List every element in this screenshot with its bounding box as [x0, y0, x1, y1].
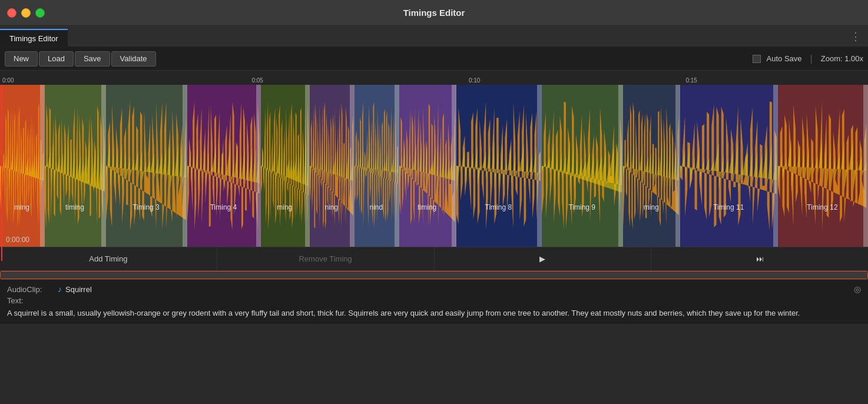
remove-timing-button[interactable]: Remove Timing: [217, 247, 435, 270]
waveform-segment-10[interactable]: ming: [623, 85, 680, 247]
ruler-mark-2: 0:10: [469, 77, 480, 84]
text-content: A squirrel is a small, usually yellowish…: [7, 307, 861, 319]
waveform-segments: mingtimingTiming 3Timing 4mingningnindti…: [0, 85, 868, 247]
waveform-segment-3[interactable]: Timing 4: [187, 85, 261, 247]
text-label-row: Text:: [7, 296, 861, 305]
segment-handle-7[interactable]: [452, 85, 456, 247]
audio-clip-label: AudioClip:: [7, 285, 54, 294]
waveform-segment-4[interactable]: ming: [261, 85, 310, 247]
waveform-segment-5[interactable]: ning: [310, 85, 355, 247]
window-title: Timings Editor: [403, 8, 465, 18]
tab-more-icon[interactable]: ⋮: [850, 30, 861, 43]
traffic-lights: [7, 8, 45, 18]
maximize-button[interactable]: [35, 8, 45, 18]
segment-handle-0[interactable]: [40, 85, 45, 247]
zoom-label: Zoom: 1.00x: [821, 54, 863, 63]
ruler-mark-3: 0:15: [685, 77, 697, 84]
segment-handle-9[interactable]: [618, 85, 623, 247]
segment-handle-6[interactable]: [395, 85, 399, 247]
waveform-segment-11[interactable]: Timing 11: [680, 85, 778, 247]
target-icon[interactable]: ◎: [854, 284, 861, 294]
segment-handle-3[interactable]: [256, 85, 261, 247]
toolbar: New Load Save Validate Auto Save | Zoom:…: [0, 47, 868, 71]
segment-handle-1[interactable]: [101, 85, 106, 247]
timeline-ruler: 0:00 0:05 0:10 0:15: [0, 71, 868, 85]
segment-handle-8[interactable]: [537, 85, 542, 247]
auto-save-label: Auto Save: [767, 54, 802, 63]
segment-handle-2[interactable]: [183, 85, 187, 247]
playhead[interactable]: [1, 85, 2, 261]
toolbar-divider: |: [810, 54, 813, 64]
auto-save-checkbox[interactable]: [753, 55, 761, 63]
waveform-controls: Add Timing Remove Timing ▶ ⏭: [0, 247, 868, 270]
new-button[interactable]: New: [5, 51, 38, 67]
segment-handle-4[interactable]: [305, 85, 310, 247]
waveform-segment-0[interactable]: ming: [0, 85, 45, 247]
tab-bar: Timings Editor ⋮: [0, 26, 868, 47]
waveform-segment-12[interactable]: Timing 12: [778, 85, 867, 247]
close-button[interactable]: [7, 8, 16, 18]
play-button[interactable]: ▶: [435, 247, 652, 270]
skip-to-end-button[interactable]: ⏭: [651, 247, 868, 270]
scrollbar[interactable]: [0, 271, 868, 279]
waveform-segment-8[interactable]: Timing 8: [456, 85, 542, 247]
title-bar: Timings Editor: [0, 0, 868, 26]
waveform-segment-2[interactable]: Timing 3: [106, 85, 187, 247]
segment-handle-12[interactable]: [863, 85, 868, 247]
audio-clip-value: Squirrel: [65, 285, 92, 294]
waveform-container[interactable]: 0:00 0:05 0:10 0:15 mingtimingTiming 3Ti…: [0, 71, 868, 271]
segment-handle-5[interactable]: [350, 85, 355, 247]
waveform-segment-6[interactable]: nind: [355, 85, 399, 247]
text-label: Text:: [7, 296, 54, 305]
save-button[interactable]: Save: [75, 51, 110, 67]
waveform-segment-9[interactable]: Timing 9: [542, 85, 623, 247]
load-button[interactable]: Load: [39, 51, 74, 67]
segment-handle-10[interactable]: [675, 85, 680, 247]
audio-clip-row: AudioClip: ♪ Squirrel ◎: [7, 284, 861, 294]
scrollbar-thumb[interactable]: [1, 271, 867, 279]
waveform-segment-7[interactable]: timing: [399, 85, 456, 247]
waveform-segment-1[interactable]: timing: [45, 85, 106, 247]
info-area: AudioClip: ♪ Squirrel ◎ Text: A squirrel…: [0, 279, 868, 324]
tab-timings-editor[interactable]: Timings Editor: [0, 29, 68, 47]
segment-handle-11[interactable]: [773, 85, 778, 247]
add-timing-button[interactable]: Add Timing: [0, 247, 217, 270]
validate-button[interactable]: Validate: [111, 51, 156, 67]
ruler-mark-1: 0:05: [251, 77, 263, 84]
music-icon: ♪: [58, 284, 62, 294]
minimize-button[interactable]: [21, 8, 31, 18]
time-display: 0:00:00: [6, 236, 29, 244]
toolbar-right: Auto Save | Zoom: 1.00x: [753, 54, 863, 64]
ruler-mark-0: 0:00: [2, 77, 14, 84]
